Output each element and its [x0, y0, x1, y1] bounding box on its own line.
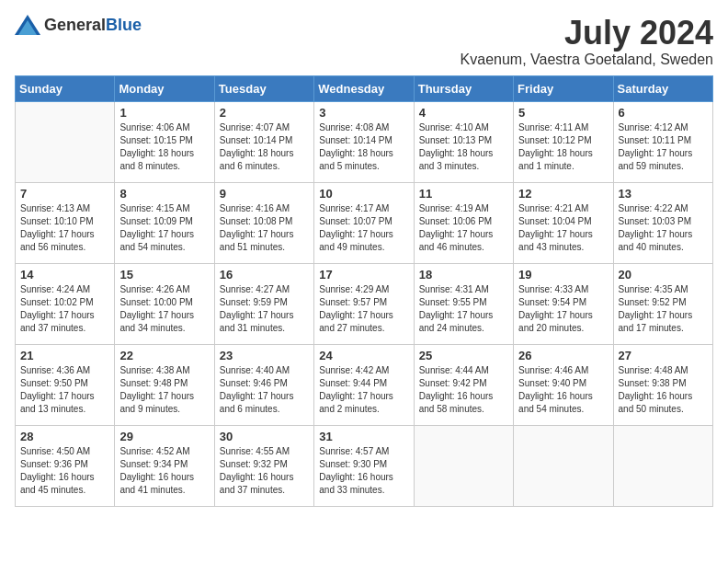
day-info: Sunrise: 4:11 AMSunset: 10:12 PMDaylight…: [518, 121, 608, 173]
calendar-table: SundayMondayTuesdayWednesdayThursdayFrid…: [15, 75, 713, 507]
day-number: 23: [220, 349, 309, 362]
calendar-cell: 27Sunrise: 4:48 AMSunset: 9:38 PMDayligh…: [613, 344, 712, 425]
day-info: Sunrise: 4:55 AMSunset: 9:32 PMDaylight:…: [220, 445, 309, 497]
day-info: Sunrise: 4:44 AMSunset: 9:42 PMDaylight:…: [419, 364, 508, 416]
calendar-cell: 14Sunrise: 4:24 AMSunset: 10:02 PMDaylig…: [16, 263, 115, 344]
logo-text: GeneralBlue: [44, 16, 142, 35]
day-number: 27: [619, 349, 708, 362]
calendar-cell: 28Sunrise: 4:50 AMSunset: 9:36 PMDayligh…: [16, 425, 115, 506]
day-info: Sunrise: 4:13 AMSunset: 10:10 PMDaylight…: [20, 202, 109, 254]
day-number: 2: [220, 106, 309, 120]
calendar-cell: 5Sunrise: 4:11 AMSunset: 10:12 PMDayligh…: [514, 101, 613, 182]
day-info: Sunrise: 4:16 AMSunset: 10:08 PMDaylight…: [220, 202, 309, 254]
day-info: Sunrise: 4:42 AMSunset: 9:44 PMDaylight:…: [319, 364, 408, 416]
logo-icon: [15, 15, 40, 35]
calendar-cell: 21Sunrise: 4:36 AMSunset: 9:50 PMDayligh…: [16, 344, 115, 425]
day-number: 17: [319, 268, 408, 282]
day-number: 11: [419, 187, 508, 201]
day-number: 18: [419, 268, 508, 282]
day-number: 29: [119, 430, 209, 443]
day-number: 13: [619, 187, 708, 201]
calendar-cell: 25Sunrise: 4:44 AMSunset: 9:42 PMDayligh…: [414, 344, 513, 425]
day-info: Sunrise: 4:50 AMSunset: 9:36 PMDaylight:…: [20, 445, 109, 497]
day-info: Sunrise: 4:29 AMSunset: 9:57 PMDaylight:…: [319, 283, 408, 335]
calendar-body: 1Sunrise: 4:06 AMSunset: 10:15 PMDayligh…: [16, 101, 713, 506]
day-info: Sunrise: 4:40 AMSunset: 9:46 PMDaylight:…: [220, 364, 309, 416]
page-header: GeneralBlue July 2024 Kvaenum, Vaestra G…: [15, 15, 713, 68]
day-number: 25: [419, 349, 508, 362]
day-info: Sunrise: 4:57 AMSunset: 9:30 PMDaylight:…: [319, 445, 408, 497]
calendar-cell: 30Sunrise: 4:55 AMSunset: 9:32 PMDayligh…: [214, 425, 313, 506]
week-row-1: 1Sunrise: 4:06 AMSunset: 10:15 PMDayligh…: [16, 101, 713, 182]
day-number: 16: [220, 268, 309, 282]
day-info: Sunrise: 4:15 AMSunset: 10:09 PMDaylight…: [119, 202, 209, 254]
calendar-cell: 15Sunrise: 4:26 AMSunset: 10:00 PMDaylig…: [115, 263, 214, 344]
day-number: 22: [119, 349, 209, 362]
day-info: Sunrise: 4:48 AMSunset: 9:38 PMDaylight:…: [619, 364, 708, 416]
calendar-cell: 20Sunrise: 4:35 AMSunset: 9:52 PMDayligh…: [613, 263, 712, 344]
header-day-saturday: Saturday: [613, 75, 712, 101]
day-info: Sunrise: 4:10 AMSunset: 10:13 PMDaylight…: [419, 121, 508, 173]
calendar-cell: 12Sunrise: 4:21 AMSunset: 10:04 PMDaylig…: [514, 182, 613, 263]
calendar-cell: [613, 425, 712, 506]
day-number: 10: [319, 187, 408, 201]
calendar-cell: 16Sunrise: 4:27 AMSunset: 9:59 PMDayligh…: [214, 263, 313, 344]
day-info: Sunrise: 4:07 AMSunset: 10:14 PMDaylight…: [220, 121, 309, 173]
calendar-cell: 31Sunrise: 4:57 AMSunset: 9:30 PMDayligh…: [314, 425, 414, 506]
day-number: 15: [119, 268, 209, 282]
day-number: 14: [20, 268, 109, 282]
calendar-cell: [16, 101, 115, 182]
day-number: 8: [119, 187, 209, 201]
day-info: Sunrise: 4:12 AMSunset: 10:11 PMDaylight…: [619, 121, 708, 173]
calendar-cell: 8Sunrise: 4:15 AMSunset: 10:09 PMDayligh…: [115, 182, 214, 263]
logo: GeneralBlue: [15, 15, 142, 35]
day-number: 26: [518, 349, 608, 362]
day-number: 12: [518, 187, 608, 201]
day-number: 30: [220, 430, 309, 443]
day-number: 24: [319, 349, 408, 362]
day-info: Sunrise: 4:46 AMSunset: 9:40 PMDaylight:…: [518, 364, 608, 416]
week-row-3: 14Sunrise: 4:24 AMSunset: 10:02 PMDaylig…: [16, 263, 713, 344]
calendar-cell: 22Sunrise: 4:38 AMSunset: 9:48 PMDayligh…: [115, 344, 214, 425]
calendar-cell: 19Sunrise: 4:33 AMSunset: 9:54 PMDayligh…: [514, 263, 613, 344]
calendar-cell: 26Sunrise: 4:46 AMSunset: 9:40 PMDayligh…: [514, 344, 613, 425]
header-day-thursday: Thursday: [414, 75, 513, 101]
calendar-cell: 4Sunrise: 4:10 AMSunset: 10:13 PMDayligh…: [414, 101, 513, 182]
day-number: 6: [619, 106, 708, 120]
title-section: July 2024 Kvaenum, Vaestra Goetaland, Sw…: [461, 15, 713, 68]
header-day-sunday: Sunday: [16, 75, 115, 101]
day-info: Sunrise: 4:24 AMSunset: 10:02 PMDaylight…: [20, 283, 109, 335]
calendar-cell: 1Sunrise: 4:06 AMSunset: 10:15 PMDayligh…: [115, 101, 214, 182]
header-day-monday: Monday: [115, 75, 214, 101]
day-number: 4: [419, 106, 508, 120]
day-info: Sunrise: 4:36 AMSunset: 9:50 PMDaylight:…: [20, 364, 109, 416]
day-number: 1: [119, 106, 209, 120]
day-number: 19: [518, 268, 608, 282]
day-number: 21: [20, 349, 109, 362]
day-number: 5: [518, 106, 608, 120]
logo-general: General: [44, 16, 106, 34]
day-info: Sunrise: 4:31 AMSunset: 9:55 PMDaylight:…: [419, 283, 508, 335]
calendar-cell: 2Sunrise: 4:07 AMSunset: 10:14 PMDayligh…: [214, 101, 313, 182]
month-title: July 2024: [461, 15, 713, 52]
day-number: 3: [319, 106, 408, 120]
day-info: Sunrise: 4:26 AMSunset: 10:00 PMDaylight…: [119, 283, 209, 335]
day-number: 9: [220, 187, 309, 201]
week-row-4: 21Sunrise: 4:36 AMSunset: 9:50 PMDayligh…: [16, 344, 713, 425]
day-info: Sunrise: 4:35 AMSunset: 9:52 PMDaylight:…: [619, 283, 708, 335]
day-info: Sunrise: 4:33 AMSunset: 9:54 PMDaylight:…: [518, 283, 608, 335]
header-day-friday: Friday: [514, 75, 613, 101]
calendar-cell: 10Sunrise: 4:17 AMSunset: 10:07 PMDaylig…: [314, 182, 414, 263]
calendar-cell: [414, 425, 513, 506]
calendar-cell: 24Sunrise: 4:42 AMSunset: 9:44 PMDayligh…: [314, 344, 414, 425]
calendar-cell: 9Sunrise: 4:16 AMSunset: 10:08 PMDayligh…: [214, 182, 313, 263]
calendar-cell: 3Sunrise: 4:08 AMSunset: 10:14 PMDayligh…: [314, 101, 414, 182]
header-day-tuesday: Tuesday: [214, 75, 313, 101]
day-info: Sunrise: 4:08 AMSunset: 10:14 PMDaylight…: [319, 121, 408, 173]
day-number: 28: [20, 430, 109, 443]
calendar-cell: 17Sunrise: 4:29 AMSunset: 9:57 PMDayligh…: [314, 263, 414, 344]
week-row-2: 7Sunrise: 4:13 AMSunset: 10:10 PMDayligh…: [16, 182, 713, 263]
week-row-5: 28Sunrise: 4:50 AMSunset: 9:36 PMDayligh…: [16, 425, 713, 506]
calendar-cell: 29Sunrise: 4:52 AMSunset: 9:34 PMDayligh…: [115, 425, 214, 506]
day-info: Sunrise: 4:17 AMSunset: 10:07 PMDaylight…: [319, 202, 408, 254]
